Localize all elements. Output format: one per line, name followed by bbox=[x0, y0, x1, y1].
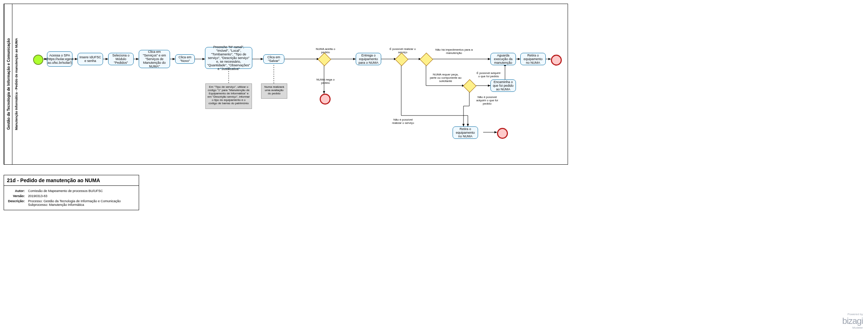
value-versao: 20190313-83 bbox=[28, 194, 121, 198]
info-box: 21d - Pedido de manutenção ao NUMA Autor… bbox=[4, 175, 139, 210]
label-possivel-adq: É possível adquirir o que foi pedido bbox=[476, 72, 501, 78]
info-title: 21d - Pedido de manutenção ao NUMA bbox=[4, 175, 139, 186]
logo-brand: bizagi bbox=[842, 316, 863, 326]
task-preenche: Preenche "Nº ramal", "Imóvel", "Local", … bbox=[205, 47, 252, 69]
pool-title: Gestão da Tecnologia de Informação e Com… bbox=[4, 4, 12, 164]
task-seleciona-modulo: Seleciona o Módulo "Pedidos" bbox=[108, 53, 134, 65]
value-autor: Comissão de Mapeamento de processos BU/U… bbox=[28, 189, 121, 193]
task-retira-1: Retira o equipamento no NUMA bbox=[520, 53, 546, 65]
label-nao-adq: Não é possível adquirir o que foi pedido bbox=[474, 96, 500, 105]
annotation-tipo-servico: Em "Tipo de serviço", utilizar o código … bbox=[205, 83, 252, 109]
task-encaminha: Encaminha o que foi pedido ao NUMA bbox=[490, 79, 516, 92]
task-clica-novo: Clica em "Novo" bbox=[175, 54, 195, 64]
start-event bbox=[33, 55, 43, 65]
end-event-final bbox=[551, 55, 562, 66]
end-event-retira bbox=[497, 128, 508, 139]
logo-sub: Modeler bbox=[842, 326, 863, 329]
gateway-impedimentos bbox=[420, 53, 433, 66]
label-versao: Versão: bbox=[8, 194, 27, 198]
label-aceita: NUMA aceita o pedido bbox=[313, 48, 338, 54]
label-sem-imped: Não há impedimentos para a manutenção bbox=[432, 48, 476, 55]
annotation-avaliacao: Numa realizará uma avaliação do pedido bbox=[261, 83, 287, 99]
lane-title: Manutenção Informática - Pedido de manut… bbox=[12, 4, 20, 164]
label-requer-peca: NUMA requer peça, parte ou componente ao… bbox=[429, 73, 462, 83]
gateway-numa-decide bbox=[318, 53, 331, 66]
value-desc2: Subprocesso: Manutenção Informática bbox=[28, 203, 84, 207]
end-event-negado bbox=[320, 94, 331, 105]
label-autor: Autor: bbox=[8, 189, 27, 193]
bizagi-logo: Powered by bizagi Modeler bbox=[842, 313, 863, 329]
gateway-adquirir bbox=[463, 79, 477, 93]
label-nao-possivel: Não é possível realizar o serviço bbox=[388, 118, 418, 125]
label-possivel: É possível realizar o serviço bbox=[388, 48, 417, 54]
value-desc1: Processo: Gestão da Tecnologia de Inform… bbox=[28, 199, 121, 203]
task-aguarda: Aguarda execução da manutenção bbox=[490, 53, 516, 65]
logo-powered: Powered by bbox=[842, 313, 863, 316]
task-clica-servicos: Clica em "Serviços" e em "Serviços de Ma… bbox=[139, 50, 170, 68]
label-descricao: Descrição: bbox=[8, 199, 27, 207]
task-salvar: Clica em "Salvar" bbox=[263, 54, 284, 64]
pool: Gestão da Tecnologia de Informação e Com… bbox=[4, 4, 568, 165]
task-entrega: Entrega o equipamento para o NUMA bbox=[356, 53, 381, 65]
gateway-servico-possivel bbox=[395, 53, 409, 66]
label-nega: NUMA nega o pedido bbox=[313, 78, 338, 85]
task-acessa-spa: Acessa o SPA (https://solar.egest ao.ufs… bbox=[47, 51, 72, 67]
task-insere-id: Insere IdUFSC e senha bbox=[78, 53, 103, 65]
task-retira-2: Retira o equipamento no NUMA bbox=[453, 126, 478, 139]
